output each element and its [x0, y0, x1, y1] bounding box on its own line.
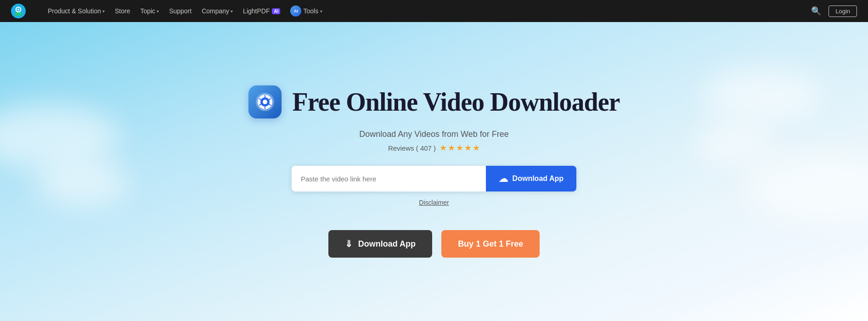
app-icon-svg [255, 92, 275, 112]
svg-point-4 [17, 9, 19, 11]
disclaimer-link[interactable]: Disclaimer [419, 199, 449, 206]
app-icon [248, 85, 282, 118]
star-1: ★ [440, 143, 447, 153]
svg-point-1 [15, 12, 22, 16]
cloud-download-icon: ☁ [499, 173, 508, 184]
video-url-input[interactable] [292, 166, 486, 191]
download-app-button[interactable]: ☁ Download App [486, 166, 576, 191]
page-title: Free Online Video Downloader [293, 87, 620, 117]
cloud-decoration-5 [744, 151, 868, 224]
reviews-row: Reviews ( 407 ) ★ ★ ★ ★ ★ [388, 143, 480, 153]
nav-item-product[interactable]: Product & Solution ▾ [44, 6, 108, 17]
star-rating: ★ ★ ★ ★ ★ [440, 143, 480, 153]
chevron-down-icon: ▾ [231, 9, 233, 14]
nav-item-store[interactable]: Store [111, 6, 134, 17]
login-button[interactable]: Login [829, 6, 857, 17]
star-3: ★ [456, 143, 463, 153]
download-arrow-icon: ⇓ [345, 238, 353, 249]
cloud-decoration-2 [37, 160, 129, 206]
nav-item-lightpdf[interactable]: LightPDF AI [239, 6, 284, 17]
star-4: ★ [464, 143, 472, 153]
buy-one-get-one-button[interactable]: Buy 1 Get 1 Free [441, 230, 540, 258]
search-icon[interactable]: 🔍 [811, 6, 821, 16]
svg-point-8 [263, 100, 267, 104]
nav-item-tools[interactable]: AI Tools ▾ [287, 4, 326, 18]
ai-badge: AI [272, 8, 280, 14]
chevron-down-icon: ▾ [320, 9, 322, 14]
nav-right: 🔍 Login [811, 6, 857, 17]
cloud-decoration-1 [0, 105, 119, 169]
bottom-download-app-button[interactable]: ⇓ Download App [328, 230, 432, 258]
navbar: Product & Solution ▾ Store Topic ▾ Suppo… [0, 0, 868, 22]
search-bar: ☁ Download App [292, 166, 576, 191]
chevron-down-icon: ▾ [102, 9, 105, 14]
cloud-decoration-3 [703, 68, 822, 123]
logo[interactable] [11, 4, 26, 18]
cloud-decoration-4 [693, 123, 776, 164]
star-5: ★ [473, 143, 480, 153]
nav-item-topic[interactable]: Topic ▾ [136, 6, 163, 17]
chevron-down-icon: ▾ [157, 9, 159, 14]
hero-section: Free Online Video Downloader Download An… [0, 22, 868, 321]
logo-icon [11, 4, 26, 18]
bottom-buttons: ⇓ Download App Buy 1 Get 1 Free [328, 230, 540, 258]
title-row: Free Online Video Downloader [248, 85, 620, 118]
star-2: ★ [448, 143, 455, 153]
nav-links: Product & Solution ▾ Store Topic ▾ Suppo… [44, 4, 800, 18]
reviews-text: Reviews ( 407 ) [388, 144, 436, 152]
ai-tools-icon: AI [290, 6, 301, 17]
nav-item-company[interactable]: Company ▾ [198, 6, 237, 17]
nav-item-support[interactable]: Support [165, 6, 195, 17]
hero-subtitle: Download Any Videos from Web for Free [359, 130, 509, 139]
